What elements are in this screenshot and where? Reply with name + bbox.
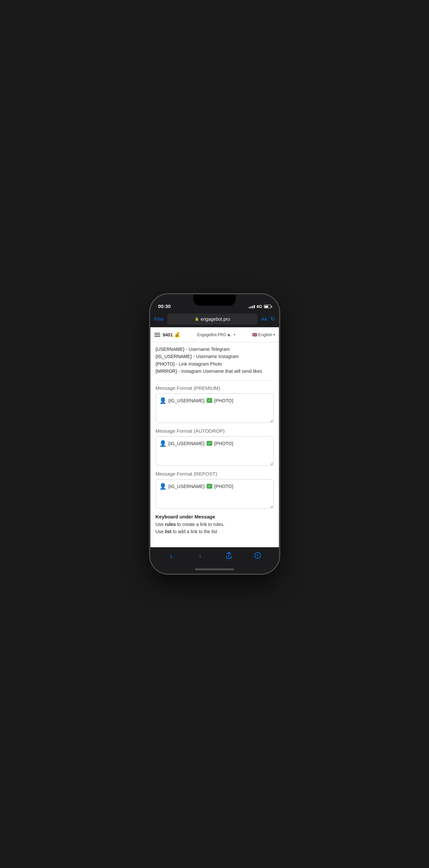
variable-mirror: {MIRROR} - Instagram Username that will … — [156, 368, 274, 375]
lock-icon: 🔒 — [195, 317, 199, 321]
nav-coins: 9401 💰 — [163, 332, 180, 338]
nav-brand[interactable]: EngageBot.PRO ◈.. ▾ — [183, 333, 250, 337]
forward-nav-button[interactable]: › — [193, 549, 207, 563]
browser-bar: Fine 🔒 engagebot.pro AA ↻ — [151, 311, 279, 327]
user-icon-premium: 👤 — [159, 397, 166, 404]
keyboard-section: Keyboard under Message Use rules to crea… — [156, 514, 274, 535]
back-arrow-icon: ‹ — [170, 552, 173, 561]
main-content[interactable]: {USERNAME} - Username Telegram {IG_USERN… — [151, 342, 279, 547]
browser-refresh-button[interactable]: ↻ — [270, 315, 275, 322]
network-label: 4G — [256, 304, 262, 309]
forward-arrow-icon: › — [199, 552, 201, 561]
share-icon — [226, 552, 232, 561]
autodrop-ig-username-tag: {IG_USERNAME} — [168, 441, 205, 446]
repost-label: Message Format (REPOST) — [156, 471, 274, 476]
autodrop-section: Message Format (AUTODROP) 👤 {IG_USERNAME… — [156, 428, 274, 466]
variable-username: {USERNAME} - Username Telegram — [156, 346, 274, 353]
user-icon-autodrop: 👤 — [159, 440, 166, 447]
browser-url-bar[interactable]: 🔒 engagebot.pro — [167, 314, 258, 325]
browser-url: engagebot.pro — [200, 316, 230, 322]
rules-keyword: rules — [165, 522, 175, 527]
language-label: English — [258, 332, 272, 337]
nav-bar: 9401 💰 EngageBot.PRO ◈.. ▾ 🇬🇧 English ▾ — [151, 327, 279, 342]
flag-icon: 🇬🇧 — [252, 332, 257, 337]
premium-ig-username-tag: {IG_USERNAME} — [168, 398, 205, 403]
autodrop-photo-tag: {PHOTO} — [214, 441, 233, 446]
back-nav-button[interactable]: ‹ — [164, 549, 178, 563]
autodrop-label: Message Format (AUTODROP) — [156, 428, 274, 434]
home-indicator — [151, 565, 279, 574]
repost-textarea[interactable]: 👤 {IG_USERNAME} ✓ {PHOTO} ⌟ — [156, 479, 274, 508]
browser-aa-button[interactable]: AA — [261, 316, 267, 322]
repost-ig-username-tag: {IG_USERNAME} — [168, 484, 205, 489]
section-divider — [156, 380, 274, 381]
autodrop-textarea[interactable]: 👤 {IG_USERNAME} ✓ {PHOTO} ⌟ — [156, 436, 274, 466]
checkmark-icon-autodrop: ✓ — [207, 441, 212, 446]
home-bar — [195, 568, 234, 570]
checkmark-icon-premium: ✓ — [207, 398, 212, 403]
premium-label: Message Format (PREMIUM) — [156, 385, 274, 391]
brand-dropdown-icon: ▾ — [234, 333, 235, 337]
variable-ig-username: {IG_USERNAME} - Username Instagram — [156, 353, 274, 360]
nav-brand-label: EngageBot.PRO ◈.. — [197, 333, 232, 337]
status-icons: 4G — [249, 304, 271, 309]
list-keyword: list — [165, 529, 171, 534]
premium-photo-tag: {PHOTO} — [214, 398, 233, 403]
resize-handle-premium[interactable]: ⌟ — [270, 418, 272, 422]
keyboard-rules-line: Use rules to create a link to rules. — [156, 521, 274, 528]
premium-textarea[interactable]: 👤 {IG_USERNAME} ✓ {PHOTO} ⌟ — [156, 394, 274, 423]
bottom-toolbar: ‹ › — [151, 547, 279, 565]
compass-button[interactable] — [251, 549, 265, 563]
browser-back-button[interactable]: Fine — [154, 316, 164, 322]
keyboard-title: Keyboard under Message — [156, 514, 274, 520]
signal-bars-icon — [249, 305, 255, 308]
resize-handle-autodrop[interactable]: ⌟ — [270, 461, 272, 465]
resize-handle-repost[interactable]: ⌟ — [270, 504, 272, 508]
repost-photo-tag: {PHOTO} — [214, 484, 233, 489]
user-icon-repost: 👤 — [159, 483, 166, 490]
phone-frame: 00:30 4G Fine 🔒 engagebot.pro AA ↻ — [151, 294, 279, 574]
checkmark-icon-repost: ✓ — [207, 484, 212, 489]
status-time: 00:30 — [158, 303, 171, 309]
share-button[interactable] — [222, 549, 236, 563]
variable-photo: {PHOTO} - Link Instagram Photo — [156, 360, 274, 368]
lang-dropdown-icon: ▾ — [273, 333, 275, 337]
hamburger-menu-button[interactable] — [154, 333, 160, 337]
phone-notch — [193, 294, 236, 306]
coins-amount: 9401 — [163, 332, 173, 337]
variables-list: {USERNAME} - Username Telegram {IG_USERN… — [156, 346, 274, 375]
repost-section: Message Format (REPOST) 👤 {IG_USERNAME} … — [156, 471, 274, 508]
compass-icon — [254, 552, 261, 561]
premium-section: Message Format (PREMIUM) 👤 {IG_USERNAME}… — [156, 385, 274, 423]
nav-language[interactable]: 🇬🇧 English ▾ — [252, 332, 275, 337]
coin-icon: 💰 — [174, 332, 180, 338]
battery-icon — [264, 305, 271, 308]
keyboard-list-line: Use list to add a link to the list — [156, 528, 274, 535]
